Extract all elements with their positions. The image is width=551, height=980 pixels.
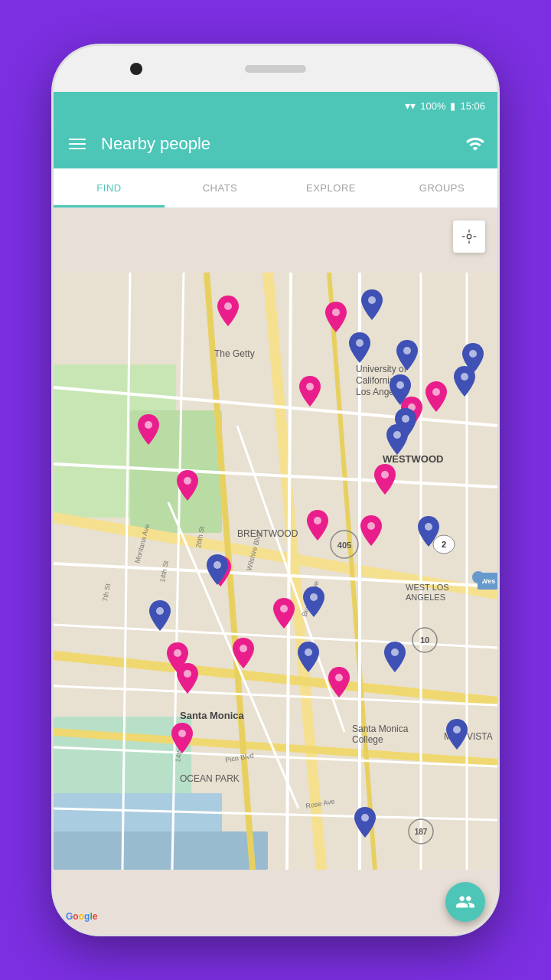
svg-point-91 [178, 730, 186, 737]
svg-point-105 [393, 431, 401, 439]
phone-shell: ▾▾ 100% ▮ 15:06 Nearby people FI [54, 46, 497, 934]
svg-point-119 [305, 648, 312, 656]
speaker [245, 65, 306, 73]
menu-button[interactable] [66, 136, 89, 152]
svg-text:ANGELES: ANGELES [406, 593, 445, 602]
svg-point-85 [174, 649, 181, 657]
svg-text:Santa Monica: Santa Monica [352, 724, 409, 734]
svg-point-101 [396, 381, 404, 389]
camera-dot [130, 63, 142, 75]
svg-text:405: 405 [337, 541, 351, 550]
map-container[interactable]: 405 10 187 2 The Getty University of Cal… [54, 208, 497, 934]
app-title: Nearby people [101, 134, 453, 154]
svg-text:WESTWOOD: WESTWOOD [383, 453, 443, 465]
svg-point-61 [224, 302, 232, 310]
tab-explore[interactable]: EXPLORE [276, 168, 386, 207]
signal-button[interactable] [465, 134, 485, 154]
svg-text:Santa Monica: Santa Monica [180, 710, 245, 721]
status-icons: ▾▾ 100% ▮ 15:06 [405, 100, 485, 112]
svg-point-125 [453, 726, 461, 733]
svg-point-87 [184, 670, 191, 678]
svg-point-81 [280, 605, 288, 612]
svg-point-77 [314, 517, 321, 524]
svg-point-123 [361, 814, 369, 822]
svg-point-117 [156, 607, 164, 615]
svg-text:OCEAN PARK: OCEAN PARK [180, 773, 240, 784]
app-bar: Nearby people [54, 119, 497, 168]
svg-point-71 [381, 471, 389, 479]
svg-rect-5 [54, 831, 268, 870]
svg-text:BRENTWOOD: BRENTWOOD [237, 528, 298, 539]
svg-text:The Getty: The Getty [214, 348, 255, 359]
battery-icon: ▮ [450, 100, 455, 112]
svg-point-115 [310, 593, 318, 601]
location-button[interactable] [453, 220, 485, 253]
svg-point-126 [467, 234, 471, 239]
google-logo: Google [66, 911, 97, 922]
svg-point-93 [367, 522, 375, 530]
svg-text:College: College [352, 734, 383, 745]
svg-point-75 [432, 388, 440, 396]
svg-text:WEST LOS: WEST LOS [406, 583, 449, 592]
svg-text:University of: University of [356, 364, 407, 374]
svg-point-113 [214, 561, 221, 569]
svg-point-89 [335, 674, 343, 681]
wifi-icon: ▾▾ [405, 100, 416, 112]
tab-chats[interactable]: CHATS [165, 168, 276, 207]
svg-point-83 [240, 645, 247, 652]
svg-point-63 [332, 309, 340, 316]
svg-point-103 [402, 415, 409, 423]
svg-text:California: California [356, 375, 395, 386]
map-svg: 405 10 187 2 The Getty University of Cal… [54, 208, 497, 934]
svg-point-95 [368, 296, 376, 304]
battery-percent: 100% [420, 100, 445, 112]
tab-groups[interactable]: GROUPS [386, 168, 497, 207]
tab-find[interactable]: FIND [54, 168, 165, 207]
svg-point-69 [184, 477, 191, 485]
svg-point-107 [469, 350, 477, 358]
svg-point-97 [356, 339, 364, 347]
status-bar: ▾▾ 100% ▮ 15:06 [54, 92, 497, 119]
tab-bar: FIND CHATS EXPLORE GROUPS [54, 168, 497, 208]
svg-point-121 [391, 648, 399, 656]
svg-text:10: 10 [420, 635, 429, 645]
svg-point-111 [425, 523, 432, 531]
svg-point-109 [461, 373, 468, 381]
find-people-fab[interactable] [445, 882, 485, 922]
svg-point-99 [403, 347, 411, 354]
phone-screen: ▾▾ 100% ▮ 15:06 Nearby people FI [54, 92, 497, 934]
svg-point-65 [306, 383, 314, 390]
svg-point-59 [472, 571, 484, 583]
svg-text:187: 187 [415, 828, 428, 836]
phone-top-bar [54, 46, 497, 92]
time-display: 15:06 [460, 100, 485, 112]
svg-text:2: 2 [442, 540, 446, 549]
svg-point-67 [145, 421, 152, 429]
